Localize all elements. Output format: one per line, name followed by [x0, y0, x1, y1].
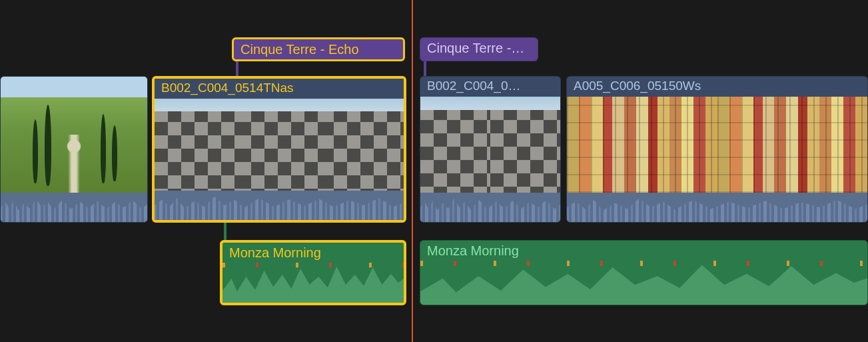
video-clip-3[interactable]: B002_C004_0…: [420, 76, 561, 223]
clip-label: B002_C004_0514TNas: [155, 79, 404, 99]
clip-audio-waveform: [420, 193, 560, 222]
audio-connector: [224, 223, 226, 240]
clip-thumbnail: [155, 99, 404, 191]
title-clip-1[interactable]: Cinque Terre - Echo: [232, 37, 405, 61]
connected-audio-lane: Monza Morning Monza Morning: [0, 240, 868, 307]
clip-audio-waveform: [1, 193, 147, 222]
clip-label: B002_C004_0…: [420, 77, 560, 97]
timeline[interactable]: Cinque Terre - Echo Cinque Terre -… B002…: [0, 0, 868, 342]
clip-label: A005_C006_05150Ws: [567, 77, 867, 97]
audio-clip-1[interactable]: Monza Morning: [220, 240, 406, 305]
audio-waveform: [420, 261, 867, 305]
title-connector: [424, 61, 426, 76]
clip-label: Monza Morning: [222, 243, 404, 263]
clip-thumbnail: [420, 97, 560, 193]
primary-storyline: B002_C004_0514TNas B002_C004_0… A005_C00…: [0, 76, 868, 223]
clip-thumbnail: [1, 77, 147, 193]
clip-audio-waveform: [155, 191, 404, 220]
video-clip-4[interactable]: A005_C006_05150Ws: [566, 76, 868, 223]
video-clip-2[interactable]: B002_C004_0514TNas: [152, 76, 406, 223]
video-clip-1[interactable]: [0, 76, 148, 223]
title-connector: [236, 61, 238, 76]
title-clip-2[interactable]: Cinque Terre -…: [420, 37, 538, 61]
clip-thumbnail: [567, 97, 867, 193]
titles-lane: Cinque Terre - Echo Cinque Terre -…: [0, 37, 868, 61]
clip-label: Monza Morning: [420, 241, 867, 261]
audio-waveform: [222, 263, 404, 303]
audio-clip-2[interactable]: Monza Morning: [420, 240, 868, 305]
clip-audio-waveform: [567, 193, 867, 222]
